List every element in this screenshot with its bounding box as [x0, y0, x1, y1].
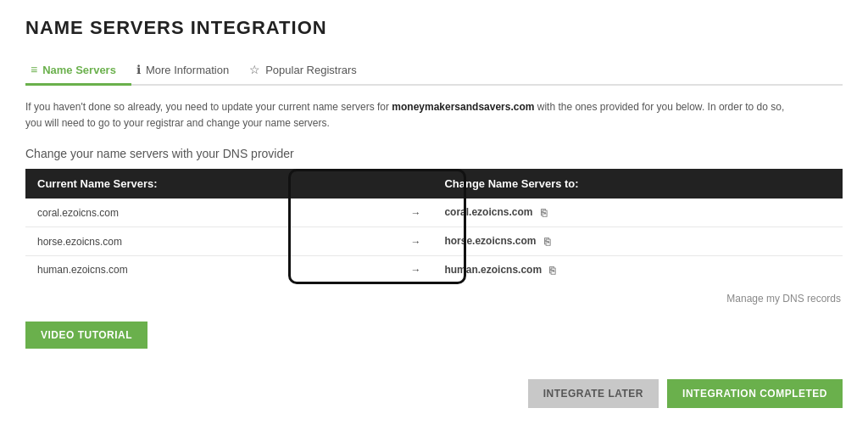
- new-server-1: coral.ezoicns.com ⎘: [432, 199, 843, 226]
- header-current: Current Name Servers:: [25, 169, 398, 199]
- tab-name-servers[interactable]: ≡ Name Servers: [25, 56, 131, 86]
- copy-icon-2[interactable]: ⎘: [544, 236, 550, 248]
- description-text: If you haven't done so already, you need…: [25, 99, 788, 131]
- page-container: NAME SERVERS INTEGRATION ≡ Name Servers …: [0, 0, 868, 425]
- copy-icon-3[interactable]: ⎘: [549, 265, 555, 277]
- manage-dns-link-container: Manage my DNS records: [25, 293, 843, 305]
- section-title: Change your name servers with your DNS p…: [25, 147, 843, 160]
- tab-more-information-label: More Information: [146, 64, 229, 76]
- manage-dns-link[interactable]: Manage my DNS records: [726, 293, 841, 305]
- name-servers-icon: ≡: [31, 63, 37, 76]
- current-server-2: horse.ezoicns.com: [25, 227, 398, 256]
- table-row: coral.ezoicns.com → coral.ezoicns.com ⎘: [25, 199, 843, 226]
- new-server-3: human.ezoicns.com ⎘: [432, 256, 843, 284]
- tab-popular-registrars[interactable]: ☆ Popular Registrars: [244, 56, 372, 86]
- domain-name: moneymakersandsavers.com: [392, 101, 534, 113]
- header-arrow: [398, 169, 432, 199]
- integrate-later-button[interactable]: INTEGRATE LATER: [528, 379, 659, 408]
- new-server-2: horse.ezoicns.com ⎘: [432, 227, 843, 256]
- description-prefix: If you haven't done so already, you need…: [25, 101, 392, 113]
- video-tutorial-button[interactable]: VIDEO TUTORIAL: [25, 322, 147, 349]
- tabs-bar: ≡ Name Servers ℹ More Information ☆ Popu…: [25, 56, 843, 86]
- dns-table: Current Name Servers: Change Name Server…: [25, 169, 843, 283]
- info-icon: ℹ: [136, 63, 141, 76]
- copy-icon-1[interactable]: ⎘: [541, 207, 547, 219]
- table-row: human.ezoicns.com → human.ezoicns.com ⎘: [25, 256, 843, 284]
- arrow-2: →: [398, 227, 432, 256]
- arrow-1: →: [398, 199, 432, 226]
- current-server-1: coral.ezoicns.com: [25, 199, 398, 226]
- tab-name-servers-label: Name Servers: [42, 64, 116, 76]
- bottom-buttons: INTEGRATE LATER INTEGRATION COMPLETED: [528, 379, 843, 408]
- arrow-3: →: [398, 256, 432, 284]
- current-server-3: human.ezoicns.com: [25, 256, 398, 284]
- page-title: NAME SERVERS INTEGRATION: [25, 17, 843, 39]
- table-row: horse.ezoicns.com → horse.ezoicns.com ⎘: [25, 227, 843, 256]
- tab-more-information[interactable]: ℹ More Information: [131, 56, 244, 86]
- tab-popular-registrars-label: Popular Registrars: [265, 64, 357, 76]
- star-icon: ☆: [249, 63, 260, 76]
- header-change: Change Name Servers to:: [432, 169, 843, 199]
- dns-table-wrapper: Current Name Servers: Change Name Server…: [25, 169, 843, 283]
- integration-completed-button[interactable]: INTEGRATION COMPLETED: [667, 379, 843, 408]
